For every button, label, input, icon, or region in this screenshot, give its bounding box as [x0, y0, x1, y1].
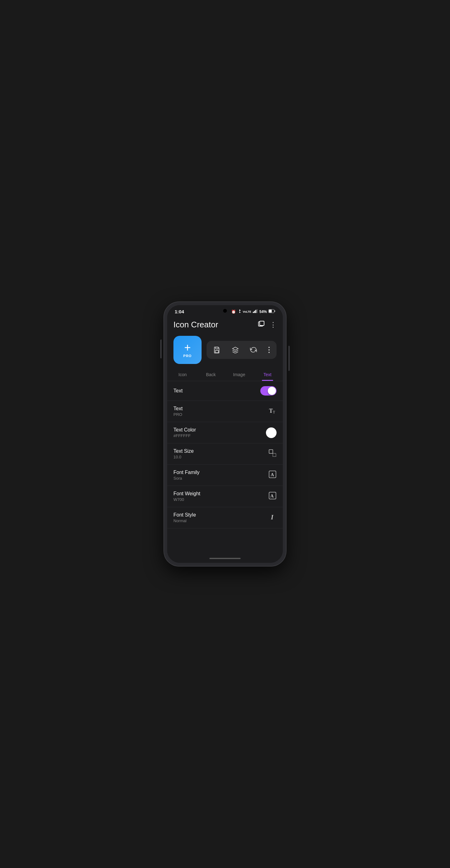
svg-text:T: T [269, 408, 273, 414]
text-color-swatch[interactable] [266, 428, 277, 438]
font-style-info: Font Style Normal [173, 512, 196, 523]
tab-text[interactable]: Text [253, 369, 282, 381]
text-toggle-row[interactable]: Text [167, 381, 283, 401]
home-bar [210, 558, 240, 559]
svg-text:I: I [270, 514, 274, 521]
icon-preview[interactable]: + PRO [173, 336, 201, 364]
text-size-value: 10.0 [173, 455, 194, 459]
text-color-value: #FFFFFF [173, 433, 196, 438]
save-button[interactable] [210, 345, 223, 355]
text-toggle[interactable] [260, 386, 277, 396]
icon-pro-label: PRO [184, 354, 192, 358]
font-family-value: Sora [173, 476, 200, 480]
content-area: Text Text PRO T T [167, 381, 283, 554]
svg-rect-2 [255, 310, 256, 313]
home-indicator [167, 554, 283, 563]
font-family-label: Font Family [173, 470, 200, 475]
text-size-info: Text Size 10.0 [173, 448, 194, 459]
toggle-knob [268, 387, 276, 395]
text-toggle-label: Text [173, 388, 183, 394]
layers-button[interactable] [229, 345, 242, 355]
svg-point-13 [268, 347, 270, 348]
font-family-row[interactable]: Font Family Sora A [167, 465, 283, 486]
tab-image[interactable]: Image [225, 369, 253, 381]
text-color-row[interactable]: Text Color #FFFFFF [167, 422, 283, 443]
font-style-row[interactable]: Font Style Normal I [167, 507, 283, 528]
svg-point-14 [268, 349, 270, 350]
svg-rect-3 [257, 309, 257, 313]
app-bar-actions: ⋮ [258, 320, 277, 329]
font-weight-label: Font Weight [173, 491, 200, 497]
font-style-icon: I [268, 513, 277, 523]
status-icons: ⏰ VoLTE 54% [231, 309, 275, 314]
tab-icon[interactable]: Icon [168, 369, 197, 381]
phone-device: 1:04 ⏰ VoLTE 54% [164, 302, 286, 566]
svg-text:T: T [273, 410, 275, 414]
svg-rect-5 [275, 310, 275, 312]
preview-area: + PRO [167, 333, 283, 369]
svg-rect-6 [269, 310, 272, 313]
text-color-label: Text Color [173, 427, 196, 433]
battery-icon [268, 309, 275, 314]
text-font-row[interactable]: Text PRO T T [167, 401, 283, 422]
font-weight-value: W700 [173, 497, 200, 502]
refresh-button[interactable] [247, 345, 260, 355]
status-bar: 1:04 ⏰ VoLTE 54% [167, 305, 283, 316]
toolbar [206, 341, 277, 359]
svg-marker-12 [232, 347, 238, 350]
font-weight-row[interactable]: Font Weight W700 A [167, 486, 283, 507]
text-font-info: Text PRO [173, 406, 183, 417]
svg-rect-10 [216, 347, 218, 349]
alarm-icon: ⏰ [231, 310, 236, 314]
svg-rect-19 [273, 454, 276, 457]
tabs: Icon Back Image Text [167, 369, 283, 381]
font-style-value: Normal [173, 519, 196, 523]
font-weight-info: Font Weight W700 [173, 491, 200, 502]
app-title: Icon Creator [173, 320, 218, 330]
overflow-menu-icon[interactable]: ⋮ [270, 321, 277, 329]
font-style-label: Font Style [173, 512, 196, 518]
font-weight-icon: A [268, 492, 277, 501]
text-color-info: Text Color #FFFFFF [173, 427, 196, 438]
bluetooth-icon [237, 309, 241, 314]
app-bar: Icon Creator ⋮ [167, 316, 283, 333]
svg-rect-11 [215, 350, 219, 353]
svg-text:A: A [270, 493, 274, 498]
phone-screen: 1:04 ⏰ VoLTE 54% [167, 305, 283, 563]
volte-icon: VoLTE [243, 310, 251, 313]
text-font-icon: T T [268, 406, 277, 416]
text-font-label: Text [173, 406, 183, 411]
svg-rect-1 [254, 311, 255, 313]
font-family-info: Font Family Sora [173, 470, 200, 480]
svg-rect-8 [260, 321, 264, 326]
svg-point-15 [268, 352, 270, 353]
more-options-button[interactable] [265, 345, 273, 355]
window-icon[interactable] [258, 320, 265, 329]
svg-rect-0 [253, 312, 254, 313]
svg-text:A: A [270, 472, 274, 477]
text-size-label: Text Size [173, 448, 194, 454]
tab-back[interactable]: Back [197, 369, 225, 381]
battery-text: 54% [259, 310, 267, 314]
status-time: 1:04 [175, 309, 184, 314]
signal-icon [253, 309, 258, 314]
svg-rect-18 [269, 450, 273, 454]
font-family-icon: A [268, 470, 277, 480]
text-size-row[interactable]: Text Size 10.0 [167, 443, 283, 465]
camera-notch [223, 309, 227, 313]
text-size-icon [268, 449, 277, 459]
text-font-sub: PRO [173, 412, 183, 417]
icon-plus-symbol: + [184, 342, 191, 353]
